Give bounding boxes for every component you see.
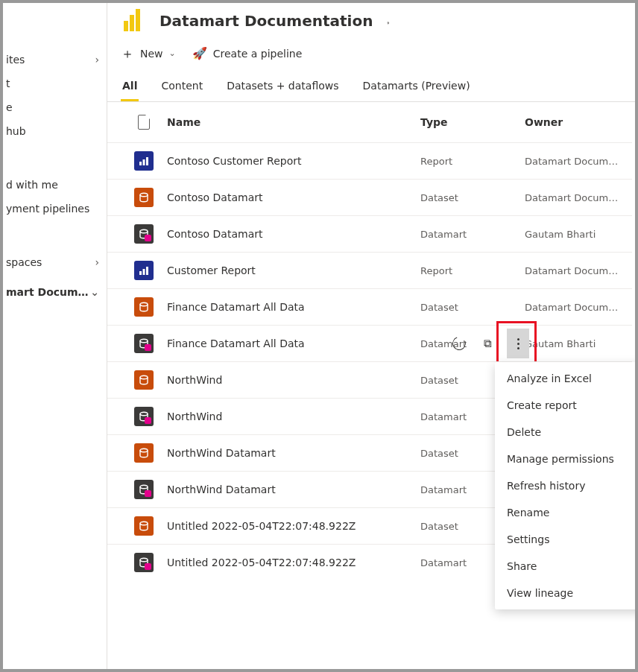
item-name[interactable]: Contoso Datamart	[167, 191, 420, 203]
sidebar-item[interactable]: spaces›	[3, 250, 107, 274]
sidebar-item[interactable]: mart Docum... ⬫⌄	[3, 280, 107, 304]
table-row[interactable]: Customer ReportReportDatamart Documenta.…	[107, 252, 632, 288]
refresh-icon	[452, 337, 466, 350]
context-menu-item[interactable]: Analyze in Excel	[495, 365, 635, 392]
svg-point-9	[140, 339, 148, 342]
new-button-label: New	[140, 48, 163, 60]
chevron-right-icon: ›	[95, 54, 99, 66]
item-name[interactable]: Contoso Customer Report	[167, 155, 420, 167]
context-menu-item[interactable]: Settings	[495, 526, 635, 553]
rocket-icon: 🚀	[192, 46, 207, 60]
context-menu-item[interactable]: Manage permissions	[495, 446, 635, 472]
chevron-down-icon: ⌄	[90, 286, 99, 298]
item-name[interactable]: Finance Datamart All Data	[167, 301, 420, 313]
file-icon	[138, 115, 150, 130]
item-type: Dataset	[420, 192, 525, 203]
svg-rect-2	[146, 157, 148, 165]
report-icon	[134, 261, 154, 280]
refresh-button[interactable]	[450, 335, 468, 352]
workspace-logo-icon	[121, 7, 148, 34]
item-owner: Datamart Documenta...	[525, 302, 619, 313]
svg-rect-7	[146, 267, 148, 275]
tab-content[interactable]: Content	[160, 72, 204, 101]
datamart-icon	[134, 224, 154, 244]
new-button[interactable]: ＋ New ⌄	[121, 47, 176, 60]
lineage-button[interactable]: ⧉	[479, 335, 496, 352]
item-type: Report	[420, 265, 525, 276]
sidebar-item-label: e	[6, 101, 13, 113]
svg-point-10	[140, 375, 148, 378]
header-name[interactable]: Name	[167, 116, 420, 128]
item-name[interactable]: Contoso Datamart	[167, 228, 420, 240]
dataset-icon	[134, 188, 154, 207]
svg-point-8	[140, 302, 148, 305]
svg-rect-5	[139, 271, 142, 275]
tab-all[interactable]: All	[121, 72, 139, 101]
header-owner[interactable]: Owner	[525, 116, 619, 128]
context-menu-item[interactable]: Delete	[495, 419, 635, 446]
sidebar-item-label: mart Docum... ⬫	[6, 286, 90, 298]
dataset-icon	[134, 370, 154, 390]
workspace-title: Datamart Documentation	[160, 12, 373, 30]
chevron-right-icon: ›	[95, 256, 99, 268]
content-table: Name Type Owner Contoso Customer ReportR…	[107, 102, 635, 669]
svg-point-15	[140, 558, 148, 561]
create-pipeline-button[interactable]: 🚀 Create a pipeline	[192, 46, 303, 60]
item-type: Report	[420, 156, 525, 167]
context-menu-item[interactable]: View lineage	[495, 580, 635, 606]
item-owner: Datamart Documenta...	[525, 265, 619, 276]
item-owner: Gautam Bharti	[525, 338, 619, 349]
pivot-tabs: AllContentDatasets + dataflowsDatamarts …	[107, 72, 635, 102]
item-name[interactable]: NorthWind Datamart	[167, 447, 420, 459]
table-row[interactable]: Contoso DatamartDatamartGautam Bharti	[107, 215, 632, 252]
item-name[interactable]: Untitled 2022-05-04T22:07:48.922Z	[167, 520, 420, 532]
datamart-icon	[134, 334, 154, 353]
more-vertical-icon	[517, 338, 519, 349]
svg-point-11	[140, 412, 148, 415]
item-name[interactable]: NorthWind Datamart	[167, 484, 420, 495]
svg-point-13	[140, 485, 148, 488]
item-owner: Datamart Documenta...	[525, 192, 619, 203]
toolbar: ＋ New ⌄ 🚀 Create a pipeline	[107, 42, 635, 72]
item-name[interactable]: NorthWind	[167, 374, 420, 386]
sidebar-item[interactable]: hub	[3, 119, 107, 143]
item-name[interactable]: NorthWind	[167, 411, 420, 422]
lineage-icon: ⧉	[484, 337, 492, 350]
dataset-icon	[134, 443, 154, 463]
item-name[interactable]: Untitled 2022-05-04T22:07:48.922Z	[167, 557, 420, 568]
svg-rect-0	[139, 162, 142, 165]
workspace-header: Datamart Documentation ⬫	[107, 3, 635, 42]
plus-icon: ＋	[121, 47, 134, 60]
sidebar-item[interactable]: ites›	[3, 48, 107, 72]
create-pipeline-label: Create a pipeline	[213, 48, 303, 60]
sidebar-item-label: t	[6, 77, 10, 89]
sidebar-item[interactable]: d with me	[3, 173, 107, 197]
item-type: Datamart	[420, 229, 525, 240]
chevron-down-icon: ⌄	[169, 48, 176, 58]
table-row[interactable]: Finance Datamart All DataDatasetDatamart…	[107, 288, 632, 325]
item-name[interactable]: Finance Datamart All Data	[167, 337, 420, 349]
table-row[interactable]: Finance Datamart All DataDatamartGautam …	[107, 325, 632, 361]
datamart-icon	[134, 553, 154, 572]
datamart-icon	[134, 407, 154, 426]
dataset-icon	[134, 297, 154, 317]
table-row[interactable]: Contoso DatamartDatasetDatamart Document…	[107, 179, 632, 215]
svg-point-4	[140, 229, 148, 232]
sidebar-item[interactable]: e	[3, 95, 107, 119]
sidebar-item[interactable]: t	[3, 72, 107, 95]
tab-datamarts-preview-[interactable]: Datamarts (Preview)	[361, 72, 472, 101]
context-menu-item[interactable]: Refresh history	[495, 472, 635, 499]
context-menu-item[interactable]: Create report	[495, 392, 635, 419]
svg-point-14	[140, 522, 148, 524]
sidebar-item[interactable]: yment pipelines	[3, 197, 107, 221]
more-options-button[interactable]	[507, 329, 529, 358]
context-menu-item[interactable]: Rename	[495, 499, 635, 526]
header-icon-cell	[121, 115, 167, 130]
header-type[interactable]: Type	[420, 116, 525, 128]
context-menu-item[interactable]: Share	[495, 553, 635, 580]
tab-datasets-dataflows[interactable]: Datasets + dataflows	[225, 72, 340, 101]
premium-diamond-icon: ⬫	[385, 14, 392, 28]
sidebar-item-label: d with me	[6, 179, 58, 191]
item-name[interactable]: Customer Report	[167, 264, 420, 276]
table-row[interactable]: Contoso Customer ReportReportDatamart Do…	[107, 142, 632, 179]
